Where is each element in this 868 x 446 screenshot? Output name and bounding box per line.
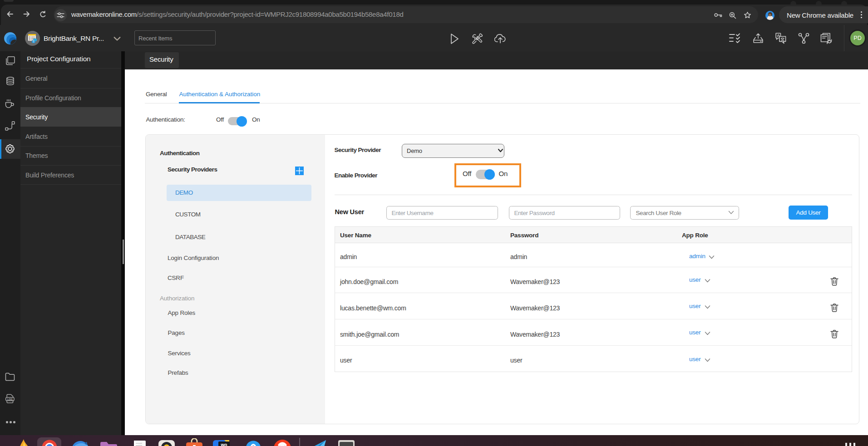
svg-text:wo: wo — [221, 442, 227, 446]
svg-text:LOG: LOG — [7, 398, 13, 401]
